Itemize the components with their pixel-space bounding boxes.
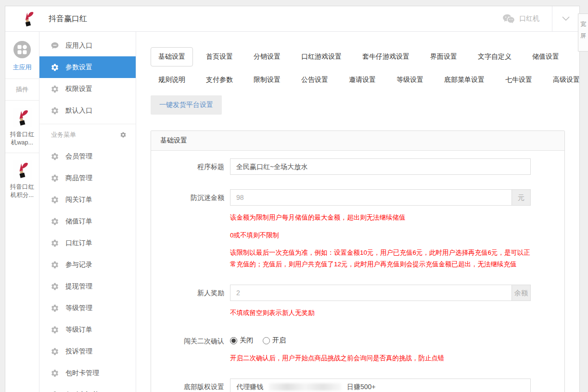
menu-item[interactable]: 会员管理 bbox=[39, 145, 136, 167]
menu-item[interactable]: 口红订单 bbox=[39, 232, 136, 254]
gear-icon bbox=[51, 196, 59, 204]
gear-icon bbox=[51, 391, 59, 392]
tab[interactable]: 底部菜单设置 bbox=[436, 70, 492, 90]
menu-top-list: 应用入口 参数设置 权限设置 默认入口 bbox=[39, 35, 136, 121]
wechat-icon bbox=[502, 13, 515, 24]
gear-icon bbox=[51, 152, 59, 161]
tab[interactable]: 分销设置 bbox=[246, 47, 288, 66]
input-addon-balance: 余额 bbox=[511, 285, 530, 301]
tab-one-click-shipping[interactable]: 一键发货平台设置 bbox=[151, 95, 222, 115]
newcomer-reward-input[interactable]: 2 余额 bbox=[230, 285, 531, 301]
tab[interactable]: 储值设置 bbox=[524, 47, 567, 66]
field-label: 新人奖励 bbox=[151, 285, 230, 319]
plugin-item[interactable]: 抖音口红 机wap... bbox=[5, 100, 39, 153]
lipstick-app-logo-icon bbox=[19, 10, 37, 28]
gear-icon bbox=[51, 174, 59, 183]
field-challenge-confirm: 闯关二次确认 关闭 开启 bbox=[151, 333, 564, 364]
tab[interactable]: 文字自定义 bbox=[470, 47, 519, 66]
menu-item[interactable]: 权限设置 bbox=[39, 78, 136, 100]
tab[interactable]: 规则说明 bbox=[151, 70, 193, 90]
field-newcomer-reward: 新人奖励 2 余额 不填或留空则表示新人无奖励 bbox=[151, 285, 564, 319]
tab[interactable]: 限制设置 bbox=[246, 70, 288, 90]
lipstick-icon bbox=[13, 160, 32, 180]
input-value: 全民赢口红~全场大放水 bbox=[230, 159, 530, 174]
input-value: 代理赚钱日赚500+ bbox=[230, 379, 530, 392]
menu-item[interactable]: 闯关订单 bbox=[39, 189, 136, 210]
sidebar-menu: 应用入口 参数设置 权限设置 默认入口 业务菜单 bbox=[39, 32, 136, 392]
app-title: 抖音赢口红 bbox=[49, 14, 87, 24]
tabs-row-2: 规则说明支付参数限制设置公告设置邀请设置等级设置底部菜单设置七牛设置高级设置 bbox=[151, 70, 565, 90]
menu-item[interactable]: 商品管理 bbox=[39, 167, 136, 189]
tab[interactable]: 七牛设置 bbox=[498, 70, 540, 90]
grid-icon bbox=[13, 40, 31, 59]
menu-item[interactable]: 默认入口 bbox=[39, 100, 136, 121]
field-footer-copyright: 底部版权设置 代理赚钱日赚500+ 显示在首页和我的页面 bbox=[151, 379, 564, 392]
tab[interactable]: 基础设置 bbox=[151, 47, 193, 66]
plugin-list: 抖音口红 机wap... 抖音口红 机积分... bbox=[5, 100, 39, 205]
redacted-blur bbox=[269, 383, 341, 391]
business-menu-section: 业务菜单 bbox=[39, 124, 136, 145]
menu-item[interactable]: 应用入口 bbox=[39, 35, 136, 56]
widescreen-toggle[interactable]: 宽屏 bbox=[578, 13, 588, 52]
app-header: 抖音赢口红 口红机 bbox=[5, 6, 579, 32]
footer-copyright-input[interactable]: 代理赚钱日赚500+ bbox=[230, 379, 531, 392]
input-value: 98 bbox=[230, 190, 511, 205]
menu-item[interactable]: 等级管理 bbox=[39, 297, 136, 319]
tab[interactable]: 支付参数 bbox=[198, 70, 241, 90]
menu-item[interactable]: 等级订单 bbox=[39, 319, 136, 340]
main-content: 基础设置首页设置分销设置口红游戏设置套牛仔游戏设置界面设置文字自定义储值设置 规… bbox=[136, 32, 579, 392]
radio-option-open[interactable]: 开启 bbox=[263, 336, 286, 345]
help-text: 开启二次确认后，用户开始点商品挑战之前会询问是否真的挑战，防止点错 bbox=[230, 353, 531, 364]
tab[interactable]: 高级设置 bbox=[545, 70, 579, 90]
help-text: 不填或留空则表示新人无奖励 bbox=[230, 307, 531, 319]
menu-item[interactable]: 投诉管理 bbox=[39, 340, 136, 362]
wechat-account: 口红机 bbox=[502, 13, 552, 24]
radio-open-input[interactable] bbox=[263, 337, 270, 344]
tabs-row-3: 一键发货平台设置 bbox=[151, 95, 565, 115]
tab[interactable]: 口红游戏设置 bbox=[294, 47, 349, 66]
tab[interactable]: 邀请设置 bbox=[341, 70, 383, 90]
tab[interactable]: 界面设置 bbox=[422, 47, 465, 66]
menu-item[interactable]: 包时卡管理 bbox=[39, 362, 136, 384]
gear-icon bbox=[51, 304, 59, 313]
field-program-title: 程序标题 全民赢口红~全场大放水 bbox=[151, 158, 564, 175]
radio-option-close[interactable]: 关闭 bbox=[230, 336, 253, 345]
help-text: 0或不填则不限制 bbox=[230, 230, 531, 241]
panel-body: 程序标题 全民赢口红~全场大放水 防沉迷金额 98 bbox=[151, 151, 564, 392]
lipstick-icon bbox=[13, 108, 32, 127]
field-label: 底部版权设置 bbox=[151, 379, 230, 392]
collapse-header-button[interactable] bbox=[552, 6, 579, 31]
plugin-item[interactable]: 抖音口红 机积分... bbox=[5, 153, 39, 205]
menu-business-list: 会员管理 商品管理 闯关订单 储值订单 口红订单 bbox=[39, 145, 136, 392]
header-right: 口红机 bbox=[502, 6, 579, 31]
input-addon-yuan: 元 bbox=[511, 190, 530, 205]
menu-item[interactable]: 储值订单 bbox=[39, 210, 136, 232]
field-label: 防沉迷金额 bbox=[151, 189, 230, 270]
gear-icon bbox=[51, 239, 59, 248]
account-name: 口红机 bbox=[519, 14, 539, 23]
radio-close-input[interactable] bbox=[230, 337, 237, 344]
tab[interactable]: 等级设置 bbox=[389, 70, 431, 90]
chevron-down-icon bbox=[562, 16, 570, 21]
tab[interactable]: 套牛仔游戏设置 bbox=[355, 47, 417, 66]
chat-icon bbox=[51, 41, 59, 50]
tab[interactable]: 公告设置 bbox=[294, 70, 336, 90]
gear-icon bbox=[51, 282, 59, 291]
menu-item[interactable]: 提现管理 bbox=[39, 275, 136, 297]
settings-panel: 基础设置 程序标题 全民赢口红~全场大放水 防沉迷金额 bbox=[151, 131, 565, 392]
gear-icon[interactable] bbox=[120, 131, 127, 138]
field-label: 程序标题 bbox=[151, 158, 230, 175]
menu-item[interactable]: 参与记录 bbox=[39, 254, 136, 275]
anti-addiction-input[interactable]: 98 元 bbox=[230, 189, 531, 206]
menu-item[interactable]: 包时卡订单 bbox=[39, 384, 136, 392]
tab[interactable]: 首页设置 bbox=[198, 47, 241, 66]
rail-item-main-app[interactable]: 主应用 bbox=[5, 32, 39, 78]
gear-icon bbox=[51, 63, 59, 72]
gear-icon bbox=[51, 106, 59, 115]
field-anti-addiction-amount: 防沉迷金额 98 元 该金额为限制用户每月储值的最大金额，超出则无法继续储值 0… bbox=[151, 189, 564, 270]
program-title-input[interactable]: 全民赢口红~全场大放水 bbox=[230, 158, 531, 175]
app-rail: 主应用 插件 抖音口红 机wap... 抖音口红 机积分... bbox=[5, 32, 39, 392]
gear-icon bbox=[51, 85, 59, 93]
menu-item[interactable]: 参数设置 bbox=[39, 56, 136, 78]
gear-icon bbox=[51, 326, 59, 334]
